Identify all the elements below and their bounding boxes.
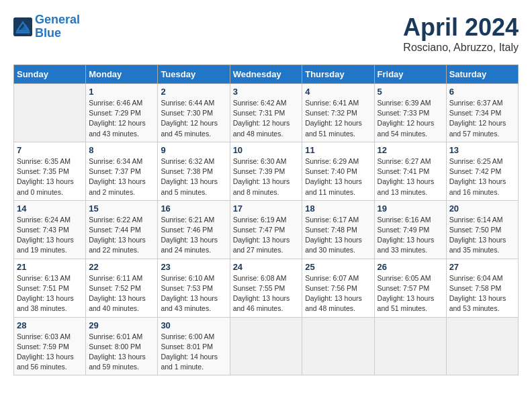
calendar-cell: 14Sunrise: 6:24 AM Sunset: 7:43 PM Dayli… <box>14 200 86 259</box>
calendar-cell: 17Sunrise: 6:19 AM Sunset: 7:47 PM Dayli… <box>230 200 302 259</box>
calendar-cell <box>302 317 374 375</box>
calendar-cell: 9Sunrise: 6:32 AM Sunset: 7:38 PM Daylig… <box>158 142 230 200</box>
calendar-cell: 27Sunrise: 6:04 AM Sunset: 7:58 PM Dayli… <box>446 259 518 317</box>
day-number: 1 <box>89 87 154 97</box>
header-day-tuesday: Tuesday <box>158 65 230 84</box>
day-number: 7 <box>17 145 83 155</box>
day-info: Sunrise: 6:21 AM Sunset: 7:46 PM Dayligh… <box>161 215 226 256</box>
day-number: 29 <box>89 320 154 330</box>
logo-text: General Blue <box>35 13 80 40</box>
day-number: 16 <box>161 203 226 214</box>
day-number: 11 <box>305 145 371 155</box>
day-info: Sunrise: 6:14 AM Sunset: 7:50 PM Dayligh… <box>449 215 515 256</box>
day-number: 8 <box>89 145 154 155</box>
calendar-cell: 6Sunrise: 6:37 AM Sunset: 7:34 PM Daylig… <box>446 84 518 142</box>
day-number: 23 <box>161 262 226 272</box>
day-info: Sunrise: 6:29 AM Sunset: 7:40 PM Dayligh… <box>305 156 371 197</box>
header-day-sunday: Sunday <box>14 65 86 84</box>
day-info: Sunrise: 6:42 AM Sunset: 7:31 PM Dayligh… <box>233 98 300 139</box>
calendar-cell <box>374 317 446 375</box>
calendar-cell: 2Sunrise: 6:44 AM Sunset: 7:30 PM Daylig… <box>158 84 230 142</box>
day-info: Sunrise: 6:35 AM Sunset: 7:35 PM Dayligh… <box>17 156 83 197</box>
header-day-friday: Friday <box>374 65 446 84</box>
day-number: 2 <box>161 87 226 97</box>
calendar-cell <box>446 317 518 375</box>
day-number: 28 <box>17 320 83 330</box>
day-info: Sunrise: 6:24 AM Sunset: 7:43 PM Dayligh… <box>17 215 83 256</box>
day-info: Sunrise: 6:30 AM Sunset: 7:39 PM Dayligh… <box>233 156 300 197</box>
day-info: Sunrise: 6:03 AM Sunset: 7:59 PM Dayligh… <box>17 332 83 373</box>
month-title: April 2024 <box>403 13 519 42</box>
day-info: Sunrise: 6:10 AM Sunset: 7:53 PM Dayligh… <box>161 273 226 314</box>
day-number: 3 <box>233 87 300 97</box>
calendar-cell: 7Sunrise: 6:35 AM Sunset: 7:35 PM Daylig… <box>14 142 86 200</box>
day-number: 19 <box>378 203 443 214</box>
header-day-wednesday: Wednesday <box>230 65 302 84</box>
calendar-cell: 16Sunrise: 6:21 AM Sunset: 7:46 PM Dayli… <box>158 200 230 259</box>
calendar-cell: 5Sunrise: 6:39 AM Sunset: 7:33 PM Daylig… <box>374 84 446 142</box>
day-info: Sunrise: 6:37 AM Sunset: 7:34 PM Dayligh… <box>449 98 515 139</box>
location: Rosciano, Abruzzo, Italy <box>403 42 519 54</box>
calendar-cell: 22Sunrise: 6:11 AM Sunset: 7:52 PM Dayli… <box>86 259 158 317</box>
header-day-monday: Monday <box>86 65 158 84</box>
week-row-5: 28Sunrise: 6:03 AM Sunset: 7:59 PM Dayli… <box>14 317 519 375</box>
title-block: April 2024 Rosciano, Abruzzo, Italy <box>403 13 519 54</box>
calendar-cell: 18Sunrise: 6:17 AM Sunset: 7:48 PM Dayli… <box>302 200 374 259</box>
calendar-cell: 11Sunrise: 6:29 AM Sunset: 7:40 PM Dayli… <box>302 142 374 200</box>
day-number: 21 <box>17 262 83 272</box>
day-number: 6 <box>449 87 515 97</box>
day-number: 12 <box>378 145 443 155</box>
day-info: Sunrise: 6:44 AM Sunset: 7:30 PM Dayligh… <box>161 98 226 139</box>
week-row-3: 14Sunrise: 6:24 AM Sunset: 7:43 PM Dayli… <box>14 200 519 259</box>
day-number: 20 <box>449 203 515 214</box>
calendar-cell <box>230 317 302 375</box>
svg-rect-3 <box>16 32 30 34</box>
day-info: Sunrise: 6:41 AM Sunset: 7:32 PM Dayligh… <box>305 98 371 139</box>
day-number: 24 <box>233 262 300 272</box>
day-info: Sunrise: 6:32 AM Sunset: 7:38 PM Dayligh… <box>161 156 226 197</box>
calendar-cell: 1Sunrise: 6:46 AM Sunset: 7:29 PM Daylig… <box>86 84 158 142</box>
logo-icon <box>13 17 32 36</box>
day-number: 5 <box>378 87 443 97</box>
calendar-cell: 3Sunrise: 6:42 AM Sunset: 7:31 PM Daylig… <box>230 84 302 142</box>
day-number: 30 <box>161 320 226 330</box>
day-info: Sunrise: 6:39 AM Sunset: 7:33 PM Dayligh… <box>378 98 443 139</box>
calendar-cell: 13Sunrise: 6:25 AM Sunset: 7:42 PM Dayli… <box>446 142 518 200</box>
day-number: 14 <box>17 203 83 214</box>
day-info: Sunrise: 6:34 AM Sunset: 7:37 PM Dayligh… <box>89 156 154 197</box>
week-row-4: 21Sunrise: 6:13 AM Sunset: 7:51 PM Dayli… <box>14 259 519 317</box>
day-info: Sunrise: 6:16 AM Sunset: 7:49 PM Dayligh… <box>378 215 443 256</box>
day-info: Sunrise: 6:01 AM Sunset: 8:00 PM Dayligh… <box>89 332 154 373</box>
calendar-cell: 29Sunrise: 6:01 AM Sunset: 8:00 PM Dayli… <box>86 317 158 375</box>
day-number: 25 <box>305 262 371 272</box>
calendar-cell: 28Sunrise: 6:03 AM Sunset: 7:59 PM Dayli… <box>14 317 86 375</box>
calendar-cell: 23Sunrise: 6:10 AM Sunset: 7:53 PM Dayli… <box>158 259 230 317</box>
day-info: Sunrise: 6:11 AM Sunset: 7:52 PM Dayligh… <box>89 273 154 314</box>
day-info: Sunrise: 6:13 AM Sunset: 7:51 PM Dayligh… <box>17 273 83 314</box>
calendar-cell: 8Sunrise: 6:34 AM Sunset: 7:37 PM Daylig… <box>86 142 158 200</box>
day-info: Sunrise: 6:46 AM Sunset: 7:29 PM Dayligh… <box>89 98 154 139</box>
calendar-cell: 19Sunrise: 6:16 AM Sunset: 7:49 PM Dayli… <box>374 200 446 259</box>
calendar-cell: 12Sunrise: 6:27 AM Sunset: 7:41 PM Dayli… <box>374 142 446 200</box>
logo: General Blue <box>13 13 80 40</box>
day-info: Sunrise: 6:00 AM Sunset: 8:01 PM Dayligh… <box>161 332 226 373</box>
day-info: Sunrise: 6:27 AM Sunset: 7:41 PM Dayligh… <box>378 156 443 197</box>
day-number: 9 <box>161 145 226 155</box>
page-header: General Blue April 2024 Rosciano, Abruzz… <box>13 13 519 54</box>
day-info: Sunrise: 6:04 AM Sunset: 7:58 PM Dayligh… <box>449 273 515 314</box>
calendar-cell: 15Sunrise: 6:22 AM Sunset: 7:44 PM Dayli… <box>86 200 158 259</box>
calendar-cell: 4Sunrise: 6:41 AM Sunset: 7:32 PM Daylig… <box>302 84 374 142</box>
day-info: Sunrise: 6:19 AM Sunset: 7:47 PM Dayligh… <box>233 215 300 256</box>
day-info: Sunrise: 6:25 AM Sunset: 7:42 PM Dayligh… <box>449 156 515 197</box>
day-number: 26 <box>378 262 443 272</box>
day-info: Sunrise: 6:07 AM Sunset: 7:56 PM Dayligh… <box>305 273 371 314</box>
day-info: Sunrise: 6:05 AM Sunset: 7:57 PM Dayligh… <box>378 273 443 314</box>
calendar-header-row: SundayMondayTuesdayWednesdayThursdayFrid… <box>14 65 519 84</box>
calendar-cell: 10Sunrise: 6:30 AM Sunset: 7:39 PM Dayli… <box>230 142 302 200</box>
week-row-2: 7Sunrise: 6:35 AM Sunset: 7:35 PM Daylig… <box>14 142 519 200</box>
calendar-cell: 25Sunrise: 6:07 AM Sunset: 7:56 PM Dayli… <box>302 259 374 317</box>
day-number: 15 <box>89 203 154 214</box>
calendar-cell: 30Sunrise: 6:00 AM Sunset: 8:01 PM Dayli… <box>158 317 230 375</box>
calendar-cell: 21Sunrise: 6:13 AM Sunset: 7:51 PM Dayli… <box>14 259 86 317</box>
day-number: 10 <box>233 145 300 155</box>
